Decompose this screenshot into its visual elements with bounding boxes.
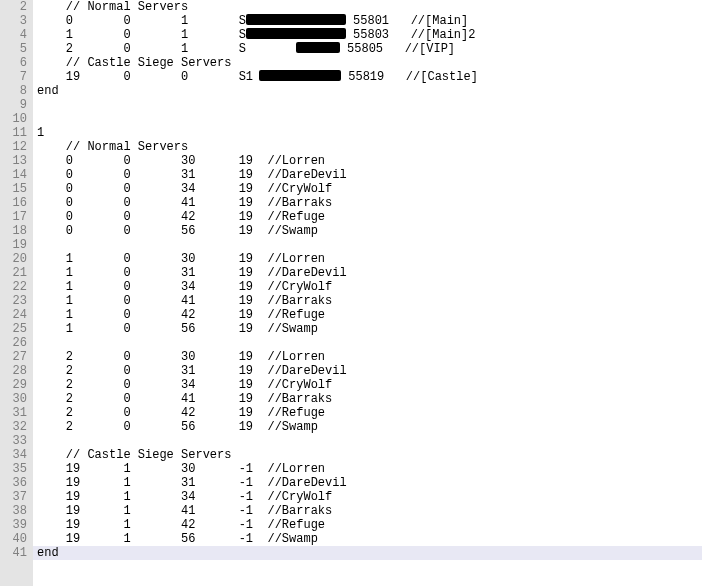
line-number: 35 xyxy=(0,462,27,476)
code-line[interactable]: 1 0 31 19 //DareDevil xyxy=(33,266,702,280)
line-number: 38 xyxy=(0,504,27,518)
code-line[interactable]: 1 0 56 19 //Swamp xyxy=(33,322,702,336)
line-number: 25 xyxy=(0,322,27,336)
line-number: 17 xyxy=(0,210,27,224)
code-line[interactable]: 19 1 41 -1 //Barraks xyxy=(33,504,702,518)
line-number: 4 xyxy=(0,28,27,42)
code-line[interactable]: 0 0 56 19 //Swamp xyxy=(33,224,702,238)
line-number: 34 xyxy=(0,448,27,462)
line-number: 18 xyxy=(0,224,27,238)
line-number: 36 xyxy=(0,476,27,490)
code-line[interactable]: // Normal Servers xyxy=(33,0,702,14)
line-number: 13 xyxy=(0,154,27,168)
line-number: 12 xyxy=(0,140,27,154)
line-number: 39 xyxy=(0,518,27,532)
line-number: 33 xyxy=(0,434,27,448)
code-line[interactable]: 2 0 41 19 //Barraks xyxy=(33,392,702,406)
code-line[interactable]: 19 1 56 -1 //Swamp xyxy=(33,532,702,546)
code-line[interactable]: 19 1 34 -1 //CryWolf xyxy=(33,490,702,504)
code-line[interactable]: 19 0 0 S1 55819 //[Castle] xyxy=(33,70,702,84)
line-number-gutter: 2345678910111213141516171819202122232425… xyxy=(0,0,33,586)
line-number: 24 xyxy=(0,308,27,322)
code-line[interactable]: 19 1 30 -1 //Lorren xyxy=(33,462,702,476)
line-number: 2 xyxy=(0,0,27,14)
line-number: 40 xyxy=(0,532,27,546)
code-line[interactable]: 1 0 41 19 //Barraks xyxy=(33,294,702,308)
code-line[interactable]: 1 xyxy=(33,126,702,140)
code-line[interactable]: 19 1 42 -1 //Refuge xyxy=(33,518,702,532)
redacted-text xyxy=(259,70,341,81)
code-line[interactable]: 1 0 34 19 //CryWolf xyxy=(33,280,702,294)
line-number: 28 xyxy=(0,364,27,378)
code-line[interactable]: // Castle Siege Servers xyxy=(33,56,702,70)
code-line[interactable]: 0 0 42 19 //Refuge xyxy=(33,210,702,224)
code-line[interactable]: 2 0 56 19 //Swamp xyxy=(33,420,702,434)
code-line[interactable]: 2 0 42 19 //Refuge xyxy=(33,406,702,420)
code-line[interactable]: // Normal Servers xyxy=(33,140,702,154)
line-number: 16 xyxy=(0,196,27,210)
code-line[interactable]: end xyxy=(33,84,702,98)
code-line[interactable]: 1 0 42 19 //Refuge xyxy=(33,308,702,322)
code-line[interactable]: 2 0 34 19 //CryWolf xyxy=(33,378,702,392)
line-number: 23 xyxy=(0,294,27,308)
line-number: 32 xyxy=(0,420,27,434)
code-line[interactable]: 0 0 1 S 55801 //[Main] xyxy=(33,14,702,28)
line-number: 7 xyxy=(0,70,27,84)
line-number: 37 xyxy=(0,490,27,504)
code-line[interactable]: 1 0 1 S 55803 //[Main]2 xyxy=(33,28,702,42)
line-number: 5 xyxy=(0,42,27,56)
code-line[interactable]: 2 0 30 19 //Lorren xyxy=(33,350,702,364)
code-line[interactable]: 0 0 41 19 //Barraks xyxy=(33,196,702,210)
line-number: 41 xyxy=(0,546,27,560)
line-number: 15 xyxy=(0,182,27,196)
line-number: 29 xyxy=(0,378,27,392)
line-number: 10 xyxy=(0,112,27,126)
code-line[interactable]: 0 0 30 19 //Lorren xyxy=(33,154,702,168)
line-number: 27 xyxy=(0,350,27,364)
code-line[interactable]: 19 1 31 -1 //DareDevil xyxy=(33,476,702,490)
line-number: 20 xyxy=(0,252,27,266)
line-number: 8 xyxy=(0,84,27,98)
line-number: 3 xyxy=(0,14,27,28)
code-line[interactable]: 2 0 31 19 //DareDevil xyxy=(33,364,702,378)
line-number: 14 xyxy=(0,168,27,182)
line-number: 26 xyxy=(0,336,27,350)
line-number: 19 xyxy=(0,238,27,252)
code-line[interactable]: 1 0 30 19 //Lorren xyxy=(33,252,702,266)
code-line[interactable] xyxy=(33,112,702,126)
code-line[interactable]: 0 0 34 19 //CryWolf xyxy=(33,182,702,196)
code-line[interactable] xyxy=(33,336,702,350)
line-number: 30 xyxy=(0,392,27,406)
line-number: 22 xyxy=(0,280,27,294)
line-number: 11 xyxy=(0,126,27,140)
code-line[interactable] xyxy=(33,434,702,448)
redacted-text xyxy=(296,42,340,53)
line-number: 6 xyxy=(0,56,27,70)
redacted-text xyxy=(246,28,346,39)
code-line[interactable] xyxy=(33,98,702,112)
code-line[interactable]: 2 0 1 S 55805 //[VIP] xyxy=(33,42,702,56)
code-area[interactable]: // Normal Servers 0 0 1 S 55801 //[Main]… xyxy=(33,0,702,586)
line-number: 31 xyxy=(0,406,27,420)
code-line[interactable]: // Castle Siege Servers xyxy=(33,448,702,462)
redacted-text xyxy=(246,14,346,25)
line-number: 21 xyxy=(0,266,27,280)
line-number: 9 xyxy=(0,98,27,112)
code-line[interactable]: end xyxy=(33,546,702,560)
code-line[interactable] xyxy=(33,238,702,252)
code-line[interactable]: 0 0 31 19 //DareDevil xyxy=(33,168,702,182)
